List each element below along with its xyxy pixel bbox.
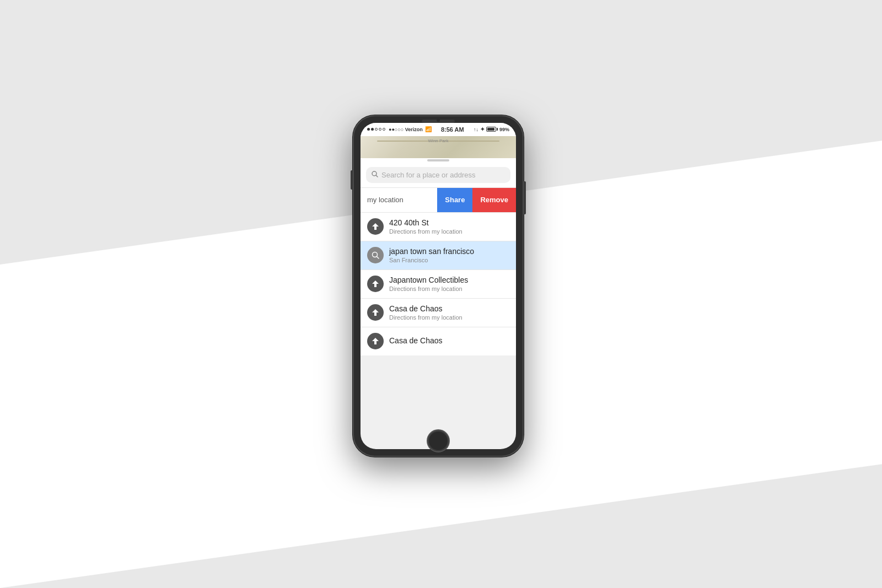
status-carrier: ●●○○○ Verizon 📶 <box>367 126 432 132</box>
home-button-inner <box>428 431 448 451</box>
drag-handle[interactable] <box>361 158 516 163</box>
battery-indicator <box>486 127 498 132</box>
svg-line-1 <box>376 175 378 177</box>
signal-dot-2 <box>371 128 374 131</box>
list-item[interactable]: Casa de Chaos Directions from my locatio… <box>361 298 516 327</box>
bluetooth-icon: ✦ <box>480 126 485 132</box>
home-button[interactable] <box>427 429 450 452</box>
list-item-title-5: Casa de Chaos <box>389 336 509 345</box>
list-item[interactable]: japan town san francisco San Francisco <box>361 241 516 269</box>
signal-dot-1 <box>367 128 370 131</box>
status-bar: ●●○○○ Verizon 📶 8:56 AM ↑↓ ✦ 99% <box>361 123 516 136</box>
location-row: my location Share Remove <box>361 187 516 212</box>
share-button[interactable]: Share <box>437 188 472 212</box>
camera <box>437 118 440 122</box>
directions-icon-1 <box>367 218 384 235</box>
search-placeholder: Search for a place or address <box>381 171 476 179</box>
directions-icon-3 <box>367 276 384 292</box>
drag-handle-bar <box>427 159 449 161</box>
search-icon <box>372 171 378 179</box>
list-item[interactable]: Casa de Chaos <box>361 327 516 355</box>
list-item-title-3: Japantown Collectibles <box>389 276 509 284</box>
list-item[interactable]: Japantown Collectibles Directions from m… <box>361 269 516 298</box>
list-item-title-2: japan town san francisco <box>389 247 509 256</box>
status-right-icons: ↑↓ ✦ 99% <box>474 126 509 132</box>
signal-strength <box>367 128 385 131</box>
search-results-list: 420 40th St Directions from my location … <box>361 212 516 355</box>
carrier-name: ●●○○○ Verizon <box>389 127 423 132</box>
battery-body <box>486 127 496 132</box>
list-item-title-1: 420 40th St <box>389 218 509 227</box>
phone-in-hand: ●●○○○ Verizon 📶 8:56 AM ↑↓ ✦ 99% <box>325 88 557 501</box>
list-item-content-4: Casa de Chaos Directions from my locatio… <box>389 304 509 321</box>
map-preview: Winn Park <box>361 136 516 158</box>
remove-button[interactable]: Remove <box>472 188 516 212</box>
map-label: Winn Park <box>428 138 449 143</box>
search-bar[interactable]: Search for a place or address <box>366 167 510 183</box>
battery-percentage: 99% <box>499 127 509 132</box>
list-item-subtitle-4: Directions from my location <box>389 314 509 321</box>
signal-dot-3 <box>375 128 378 131</box>
list-item[interactable]: 420 40th St Directions from my location <box>361 212 516 241</box>
list-item-content-5: Casa de Chaos <box>389 336 509 346</box>
list-item-title-4: Casa de Chaos <box>389 304 509 313</box>
list-item-content-3: Japantown Collectibles Directions from m… <box>389 276 509 292</box>
battery-tip <box>497 128 498 131</box>
list-item-content-1: 420 40th St Directions from my location <box>389 218 509 235</box>
my-location-text: my location <box>361 190 437 209</box>
search-container: Search for a place or address <box>361 163 516 187</box>
directions-icon-4 <box>367 304 384 321</box>
battery-fill <box>487 128 494 131</box>
status-time: 8:56 AM <box>441 126 464 133</box>
list-item-subtitle-1: Directions from my location <box>389 228 509 235</box>
svg-line-3 <box>377 257 379 259</box>
list-item-subtitle-2: San Francisco <box>389 257 509 263</box>
phone-body: ●●○○○ Verizon 📶 8:56 AM ↑↓ ✦ 99% <box>353 115 524 457</box>
wifi-icon: 📶 <box>425 126 432 132</box>
list-item-content-2: japan town san francisco San Francisco <box>389 247 509 263</box>
arrow-up-down-icon: ↑↓ <box>474 127 478 132</box>
list-item-subtitle-3: Directions from my location <box>389 285 509 292</box>
search-history-icon-2 <box>367 247 384 263</box>
signal-dot-5 <box>383 128 385 131</box>
signal-dot-4 <box>379 128 381 131</box>
directions-icon-5 <box>367 333 384 349</box>
phone-screen: ●●○○○ Verizon 📶 8:56 AM ↑↓ ✦ 99% <box>361 123 516 449</box>
